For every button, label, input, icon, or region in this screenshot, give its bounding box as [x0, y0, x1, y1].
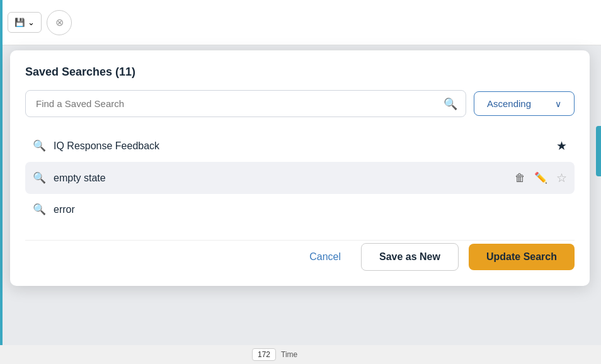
sort-label: Ascending — [487, 98, 531, 109]
trash-icon[interactable]: 🗑 — [515, 172, 525, 185]
result-label: error — [54, 204, 559, 215]
scroll-indicator — [596, 126, 601, 176]
x-icon: ⊗ — [55, 16, 64, 28]
footer-row: Cancel Save as New Update Search — [25, 240, 575, 271]
search-icon: 🔍 — [33, 139, 46, 152]
edit-icon[interactable]: ✏️ — [534, 171, 547, 185]
save-dropdown-button[interactable]: 💾 ⌄ — [8, 12, 42, 33]
result-label: IQ Response Feedback — [54, 140, 549, 152]
results-list: 🔍 IQ Response Feedback ★ 🔍 empty state 🗑… — [25, 130, 575, 225]
sort-button[interactable]: Ascending ∨ — [474, 91, 575, 116]
saved-searches-panel: Saved Searches (11) 🔍 Ascending ∨ 🔍 IQ R… — [10, 50, 590, 286]
result-actions: ★ — [556, 139, 567, 153]
star-outline-icon[interactable]: ☆ — [556, 171, 567, 185]
time-label: Time — [281, 350, 297, 359]
result-label: empty state — [54, 173, 507, 184]
list-item[interactable]: 🔍 empty state 🗑 ✏️ ☆ — [25, 162, 575, 194]
list-item[interactable]: 🔍 IQ Response Feedback ★ — [25, 130, 575, 162]
panel-title: Saved Searches (11) — [25, 65, 575, 79]
result-actions: 🗑 ✏️ ☆ — [515, 171, 567, 185]
top-bar: 💾 ⌄ ⊗ — [0, 0, 601, 45]
save-as-new-button[interactable]: Save as New — [361, 243, 459, 271]
cancel-button[interactable]: Cancel — [299, 245, 351, 269]
search-icon: 🔍 — [33, 171, 46, 185]
star-filled-icon[interactable]: ★ — [556, 139, 567, 153]
search-icon: 🔍 — [33, 203, 46, 216]
search-input[interactable] — [25, 90, 466, 117]
left-accent — [0, 0, 3, 364]
count-badge: 172 — [252, 348, 276, 361]
list-item[interactable]: 🔍 error — [25, 194, 575, 225]
search-row: 🔍 Ascending ∨ — [25, 90, 575, 117]
update-search-button[interactable]: Update Search — [469, 244, 575, 270]
save-icon: 💾 — [14, 18, 25, 27]
close-button[interactable]: ⊗ — [47, 10, 72, 35]
chevron-down-icon: ∨ — [555, 99, 561, 109]
bottom-bar: 172 Time — [0, 345, 601, 364]
chevron-down-icon: ⌄ — [28, 18, 35, 27]
search-icon: 🔍 — [444, 97, 457, 111]
search-input-wrapper: 🔍 — [25, 90, 466, 117]
